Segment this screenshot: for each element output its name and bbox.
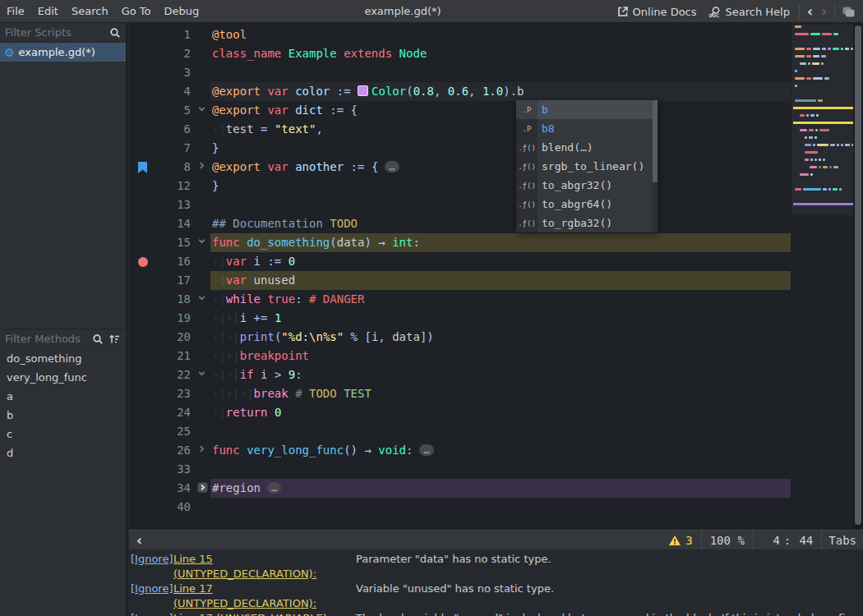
line-number[interactable]: 19 (129, 309, 191, 328)
completion-scrollbar-thumb[interactable] (653, 100, 658, 182)
line-number[interactable]: 20 (129, 328, 191, 347)
code-line-12[interactable]: 12} (129, 177, 863, 195)
code-line-4[interactable]: 4@export var color := Color(0.8, 0.6, 1.… (129, 82, 863, 101)
online-docs-button[interactable]: Online Docs (611, 0, 703, 23)
code-line-23[interactable]: 23›|›|›|break # TODO TEST (129, 384, 863, 403)
line-number[interactable]: 23 (129, 384, 191, 403)
search-help-button[interactable]: DOC Search Help (703, 0, 796, 23)
fold-down-icon[interactable] (197, 237, 210, 246)
filter-scripts-input[interactable]: Filter Scripts (0, 23, 126, 43)
history-back-button[interactable]: ‹ (803, 1, 817, 22)
code-line-8[interactable]: 8@export var another := {… (129, 158, 863, 177)
code-line-26[interactable]: 26func very_long_func() → void:… (129, 441, 863, 460)
line-number[interactable]: 24 (129, 403, 191, 422)
line-number[interactable]: 1 (129, 25, 191, 44)
line-number[interactable]: 21 (129, 347, 191, 365)
filter-methods-input[interactable]: Filter Methods (0, 329, 126, 349)
code-line-6[interactable]: 6›|test = "text", (129, 120, 863, 139)
menu-item-search[interactable]: Search (65, 0, 115, 22)
fold-right-icon[interactable] (197, 161, 210, 170)
line-number[interactable]: 5 (129, 101, 191, 120)
float-panel-button[interactable] (838, 0, 859, 23)
completion-item-to-abgr32-[interactable]: .ƒ()to_abgr32() (516, 176, 658, 195)
code-line-2[interactable]: 2class_name Example extends Node (129, 44, 863, 63)
code-line-16[interactable]: 16›|var i := 0 (129, 252, 863, 271)
code-line-33[interactable]: 33 (129, 460, 863, 479)
method-item-very_long_func[interactable]: very_long_func (0, 368, 126, 387)
editor-scrollbar[interactable] (853, 23, 863, 530)
script-item-example[interactable]: ⚙ example.gd(*) (0, 43, 126, 62)
code-line-34[interactable]: 34#region… (129, 479, 863, 498)
ignore-warning-link[interactable]: [Ignore] (131, 611, 173, 616)
line-number[interactable]: 18 (129, 290, 191, 309)
line-number[interactable]: 34 (129, 479, 191, 498)
method-item-d[interactable]: d (0, 444, 126, 462)
completion-item-to-rgba32-[interactable]: .ƒ()to_rgba32() (516, 214, 658, 232)
warning-count-button[interactable]: 3 (660, 531, 700, 549)
line-number[interactable]: 2 (129, 44, 191, 63)
ignore-warning-link[interactable]: [Ignore] (131, 552, 173, 582)
color-swatch[interactable] (358, 85, 368, 96)
fold-down-icon[interactable] (197, 293, 210, 302)
completion-item-to-abgr64-[interactable]: .ƒ()to_abgr64() (516, 195, 658, 214)
collapse-errors-button[interactable]: ‹ (129, 532, 150, 549)
code-line-3[interactable]: 3 (129, 63, 863, 82)
fold-down-icon[interactable] (197, 104, 210, 113)
code-line-14[interactable]: 14## Documentation TODO (129, 214, 863, 233)
line-number[interactable]: 4 (129, 82, 191, 101)
method-item-a[interactable]: a (0, 387, 126, 406)
code-line-25[interactable]: 25 (129, 422, 863, 441)
code-line-40[interactable]: 40 (129, 498, 863, 517)
code-line-21[interactable]: 21›|›|breakpoint (129, 347, 863, 365)
method-item-c[interactable]: c (0, 425, 126, 444)
line-number[interactable]: 13 (129, 195, 191, 214)
code-line-5[interactable]: 5@export var dict := { (129, 101, 863, 120)
fold-right-icon[interactable] (197, 444, 210, 453)
menu-item-edit[interactable]: Edit (31, 0, 65, 22)
code-line-19[interactable]: 19›|›|i += 1 (129, 309, 863, 328)
menu-item-debug[interactable]: Debug (157, 0, 205, 22)
code-line-18[interactable]: 18›|while true: # DANGER (129, 290, 863, 309)
method-item-b[interactable]: b (0, 406, 126, 425)
code-line-13[interactable]: 13 (129, 195, 863, 214)
line-number[interactable]: 26 (129, 441, 191, 460)
menu-item-file[interactable]: File (0, 0, 31, 22)
line-number[interactable]: 25 (129, 422, 191, 441)
line-number[interactable]: 6 (129, 120, 191, 139)
code-line-22[interactable]: 22›|›|if i > 9: (129, 365, 863, 384)
folded-code-ellipsis[interactable]: … (385, 161, 399, 172)
history-forward-button[interactable]: › (817, 1, 831, 22)
code-line-1[interactable]: 1@tool (129, 25, 863, 44)
line-number[interactable]: 15 (129, 233, 191, 252)
line-number[interactable]: 3 (129, 63, 191, 82)
line-number[interactable]: 33 (129, 460, 191, 479)
sort-methods-icon[interactable] (108, 333, 121, 345)
fold-down-icon[interactable] (197, 369, 210, 378)
fold-region-icon[interactable] (197, 482, 210, 493)
completion-scrollbar[interactable] (653, 100, 658, 232)
scrollbar-thumb[interactable] (855, 25, 861, 525)
code-line-17[interactable]: 17›|var unused (129, 271, 863, 290)
code-line-24[interactable]: 24›|return 0 (129, 403, 863, 422)
method-item-do_something[interactable]: do_something (0, 349, 126, 368)
folded-code-ellipsis[interactable]: … (419, 444, 433, 456)
code-line-20[interactable]: 20›|›|print("%d:\n%s" % [i, data]) (129, 328, 863, 347)
completion-item-blend-[interactable]: .ƒ()blend(…) (516, 138, 658, 157)
line-number[interactable]: 8 (129, 158, 191, 177)
line-number[interactable]: 7 (129, 139, 191, 158)
completion-item-b8[interactable]: .Pb8 (516, 119, 658, 138)
code-line-15[interactable]: 15func do_something(data) → int: (129, 233, 863, 252)
line-number[interactable]: 12 (129, 177, 191, 195)
code-line-7[interactable]: 7} (129, 139, 863, 158)
warning-line-link[interactable]: Line 15 (UNTYPED_DECLARATION): (173, 552, 356, 582)
completion-item-srgb-to-linear-[interactable]: .ƒ()srgb_to_linear() (516, 157, 658, 176)
line-number[interactable]: 22 (129, 365, 191, 384)
completion-item-b[interactable]: .Pb (516, 100, 658, 119)
line-number[interactable]: 40 (129, 498, 191, 517)
minimap[interactable] (791, 23, 854, 530)
warning-line-link[interactable]: Line 17 (UNUSED_VARIABLE): (173, 611, 356, 616)
folded-code-ellipsis[interactable]: … (267, 482, 281, 494)
line-number[interactable]: 17 (129, 271, 191, 290)
ignore-warning-link[interactable]: [Ignore] (131, 582, 173, 611)
code-editor[interactable]: 1@tool2class_name Example extends Node34… (129, 23, 863, 530)
